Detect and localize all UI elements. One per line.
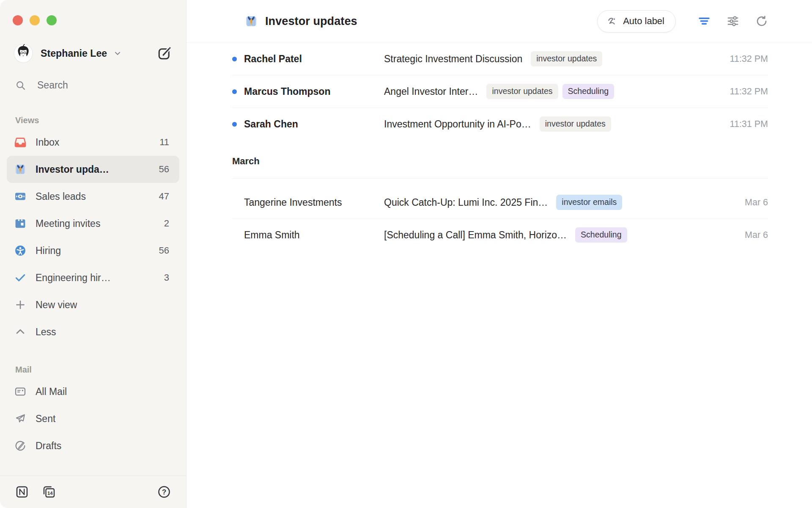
email-time: 11:32 PM: [721, 54, 768, 64]
avatar: [14, 44, 33, 63]
sidebar-item-less[interactable]: Less: [7, 318, 179, 345]
email-sender: Rachel Patel: [244, 53, 384, 65]
notion-button[interactable]: [15, 485, 29, 499]
minimize-button[interactable]: [30, 15, 40, 25]
email-row[interactable]: Emma Smith[Scheduling a Call] Emma Smith…: [232, 219, 768, 251]
unread-dot: [232, 89, 237, 94]
email-subject: [Scheduling a Call] Emma Smith, Horizo…: [384, 229, 567, 241]
auto-label-icon: [607, 16, 618, 27]
draft-icon: [14, 440, 26, 452]
necktie-icon: [245, 15, 258, 28]
label-tag[interactable]: investor emails: [556, 195, 622, 210]
refresh-button[interactable]: [755, 15, 768, 28]
sidebar-item-label: Less: [36, 326, 56, 338]
sidebar-item-meeting-invites[interactable]: Meeting invites2: [7, 210, 179, 237]
window-controls: [0, 0, 186, 25]
search-placeholder: Search: [37, 80, 68, 91]
sidebar-item-new-view[interactable]: New view: [7, 291, 179, 318]
banknote-icon: [14, 190, 26, 202]
email-subject: Strategic Investment Discussion: [384, 53, 522, 65]
chevron-down-icon: [113, 49, 122, 58]
email-time: 11:32 PM: [721, 86, 768, 97]
paper-plane-icon: [14, 413, 26, 425]
main-panel: Investor updates Auto label Rachel Patel…: [187, 0, 812, 508]
sidebar-item-label: Engineering hir…: [36, 272, 111, 284]
email-subject: Investment Opportunity in AI-Po…: [384, 119, 531, 130]
sidebar-item-label: Drafts: [36, 440, 61, 452]
mail-icon: [14, 386, 26, 398]
count-badge: 2: [159, 218, 169, 229]
sidebar-item-hiring[interactable]: Hiring56: [7, 237, 179, 264]
inbox-tray-icon: [14, 136, 26, 148]
label-tag[interactable]: Scheduling: [575, 227, 627, 243]
search-icon: [15, 80, 26, 91]
auto-label-button-label: Auto label: [623, 16, 664, 27]
sidebar-item-label: Meeting invites: [36, 218, 100, 229]
email-subject: Angel Investor Inter…: [384, 86, 478, 97]
email-time: 11:31 PM: [721, 119, 768, 130]
sidebar-item-label: New view: [36, 299, 77, 311]
email-sender: Tangerine Investments: [244, 197, 384, 208]
count-badge: 47: [154, 191, 169, 202]
sidebar-item-label: Sent: [36, 413, 55, 425]
necktie-icon: [14, 163, 26, 175]
sidebar-item-label: All Mail: [36, 386, 67, 398]
page-title: Investor updates: [265, 15, 357, 28]
help-button[interactable]: ?: [157, 485, 171, 499]
count-badge: 3: [159, 272, 169, 283]
count-badge: 11: [154, 137, 169, 148]
sidebar-item-engineering-hir[interactable]: Engineering hir…3: [7, 264, 179, 291]
sidebar-item-drafts[interactable]: Drafts: [7, 432, 179, 459]
filter-button[interactable]: [698, 15, 710, 28]
email-row[interactable]: Marcus ThompsonAngel Investor Inter…inve…: [232, 75, 768, 108]
sidebar-item-sales-leads[interactable]: Sales leads47: [7, 183, 179, 210]
count-badge: 56: [154, 164, 169, 175]
view-header: Investor updates Auto label: [187, 0, 812, 43]
zoom-button[interactable]: [47, 15, 57, 25]
email-sender: Sarah Chen: [244, 119, 384, 130]
label-tag[interactable]: Scheduling: [562, 84, 614, 99]
sidebar: Stephanie Lee Search ViewsInbox11Investo…: [0, 0, 187, 508]
label-tag[interactable]: investor updates: [540, 116, 611, 132]
svg-text:14: 14: [47, 491, 53, 496]
sidebar-item-inbox[interactable]: Inbox11: [7, 129, 179, 156]
close-button[interactable]: [13, 15, 23, 25]
chevron-up-icon: [14, 326, 26, 338]
email-sender: Marcus Thompson: [244, 86, 384, 97]
email-row[interactable]: Sarah ChenInvestment Opportunity in AI-P…: [232, 108, 768, 140]
email-list: Rachel PatelStrategic Investment Discuss…: [187, 43, 812, 251]
sidebar-item-label: Hiring: [36, 245, 61, 257]
email-row[interactable]: Tangerine InvestmentsQuick Catch-Up: Lum…: [232, 186, 768, 219]
display-settings-button[interactable]: [727, 15, 739, 28]
sidebar-item-label: Investor upda…: [36, 164, 109, 175]
calendar-14-button[interactable]: 14: [42, 485, 56, 499]
compose-button[interactable]: [157, 46, 172, 61]
sidebar-item-investor-upda[interactable]: Investor upda…56: [7, 156, 179, 183]
section-label: Views: [15, 116, 186, 125]
sidebar-item-label: Inbox: [36, 137, 59, 148]
checkmark-icon: [14, 272, 26, 284]
app-window: Stephanie Lee Search ViewsInbox11Investo…: [0, 0, 812, 508]
account-switcher[interactable]: Stephanie Lee: [14, 43, 172, 64]
email-row[interactable]: Rachel PatelStrategic Investment Discuss…: [232, 43, 768, 75]
sidebar-item-all-mail[interactable]: All Mail: [7, 378, 179, 405]
unread-dot: [232, 57, 237, 61]
sidebar-item-sent[interactable]: Sent: [7, 405, 179, 432]
sidebar-item-label: Sales leads: [36, 191, 86, 202]
svg-text:?: ?: [162, 488, 166, 496]
unread-dot: [232, 122, 237, 127]
calendar-icon: [14, 218, 26, 229]
date-group-header: March: [232, 144, 768, 179]
search-input[interactable]: Search: [8, 75, 179, 96]
auto-label-button[interactable]: Auto label: [597, 10, 676, 33]
email-subject: Quick Catch-Up: Lumi Inc. 2025 Fin…: [384, 197, 548, 208]
label-tag[interactable]: investor updates: [531, 51, 602, 66]
plus-icon: [14, 299, 26, 311]
section-label: Mail: [15, 365, 186, 375]
label-tag[interactable]: investor updates: [486, 84, 558, 99]
count-badge: 56: [154, 245, 169, 256]
user-name: Stephanie Lee: [41, 48, 107, 59]
email-sender: Emma Smith: [244, 229, 384, 241]
accessibility-icon: [14, 245, 26, 257]
email-time: Mar 6: [721, 197, 768, 208]
